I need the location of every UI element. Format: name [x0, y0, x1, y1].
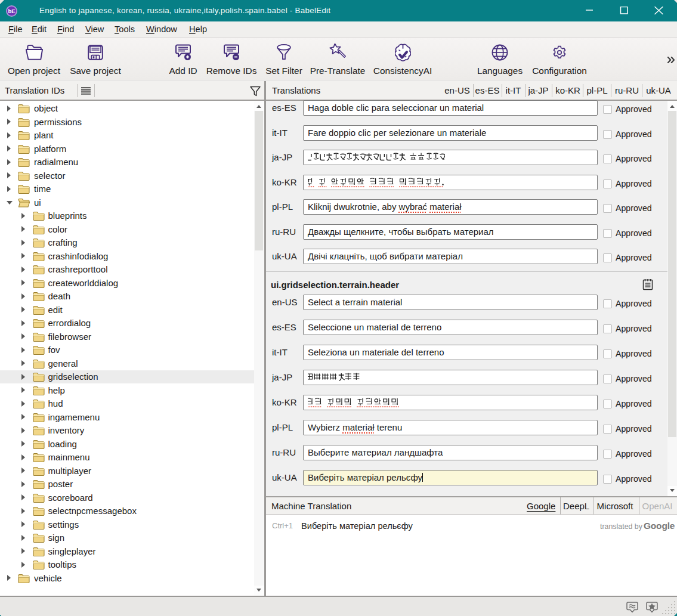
svg-text:bE: bE: [8, 8, 15, 14]
